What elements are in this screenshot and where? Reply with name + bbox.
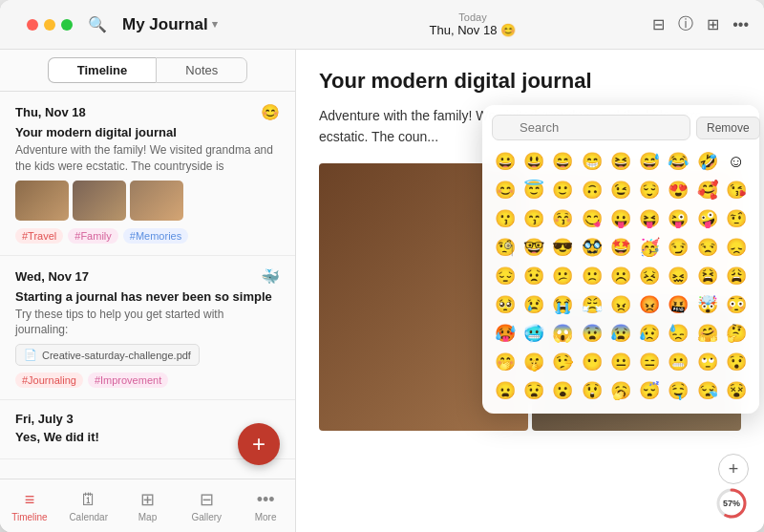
nav-item-more[interactable]: ••• More — [236, 484, 295, 528]
emoji-cell[interactable]: 🥳 — [636, 234, 663, 261]
emoji-cell[interactable]: 🤣 — [694, 148, 721, 175]
emoji-cell[interactable]: 😐 — [607, 349, 634, 375]
add-entry-button[interactable]: + — [238, 423, 280, 465]
emoji-cell[interactable]: 🤯 — [694, 291, 721, 318]
emoji-cell[interactable]: 😇 — [520, 177, 547, 203]
sliders-icon[interactable]: ⊞ — [707, 15, 719, 33]
more-icon[interactable]: ••• — [732, 16, 749, 33]
emoji-cell[interactable]: 😏 — [665, 234, 691, 261]
sidebar-toggle-icon[interactable]: ⊟ — [652, 15, 665, 33]
list-item[interactable]: Wed, Nov 17 🐳 Starting a journal has nev… — [0, 256, 295, 401]
emoji-cell[interactable]: 😜 — [665, 205, 691, 232]
emoji-cell[interactable]: 😗 — [492, 205, 519, 232]
tag[interactable]: #Journaling — [15, 372, 83, 388]
emoji-cell[interactable]: 🤨 — [723, 205, 750, 232]
emoji-cell[interactable]: 😘 — [723, 177, 750, 203]
emoji-cell[interactable]: 😤 — [579, 291, 605, 318]
list-item[interactable]: Thu, Nov 18 😊 Your modern digital journa… — [0, 92, 295, 256]
tag[interactable]: #Family — [68, 228, 118, 244]
emoji-cell[interactable]: 😭 — [549, 291, 576, 318]
emoji-search-input[interactable] — [492, 115, 690, 140]
emoji-cell[interactable]: 🥰 — [694, 177, 721, 203]
emoji-cell[interactable]: 🥱 — [607, 377, 634, 404]
emoji-cell[interactable]: 🙄 — [694, 349, 721, 375]
emoji-cell[interactable]: 😡 — [636, 291, 663, 318]
emoji-cell[interactable]: 😛 — [607, 205, 634, 232]
emoji-cell[interactable]: 😫 — [694, 263, 721, 289]
emoji-cell[interactable]: 😎 — [549, 234, 576, 261]
journal-title[interactable]: My Journal ▾ — [122, 15, 218, 34]
tag[interactable]: #Travel — [15, 228, 63, 244]
emoji-cell[interactable]: 🤭 — [492, 349, 519, 375]
emoji-cell[interactable]: 😣 — [636, 263, 663, 289]
emoji-cell[interactable]: 😑 — [636, 349, 663, 375]
emoji-cell[interactable]: ☺️ — [723, 148, 750, 175]
emoji-cell[interactable]: 🤓 — [520, 234, 547, 261]
emoji-cell[interactable]: 😟 — [520, 263, 547, 289]
tab-notes[interactable]: Notes — [156, 57, 247, 83]
emoji-cell[interactable]: 😅 — [636, 148, 663, 175]
emoji-cell[interactable]: 😩 — [723, 263, 750, 289]
emoji-cell[interactable]: 😄 — [549, 148, 576, 175]
emoji-cell[interactable]: 🙂 — [549, 177, 576, 203]
emoji-cell[interactable]: 🤫 — [520, 349, 547, 375]
emoji-cell[interactable]: 🧐 — [492, 234, 519, 261]
emoji-cell[interactable]: 😊 — [492, 177, 519, 203]
emoji-cell[interactable]: 😶 — [579, 349, 605, 375]
emoji-cell[interactable]: 😮 — [549, 377, 576, 404]
info-icon[interactable]: ⓘ — [678, 14, 693, 34]
emoji-cell[interactable]: 😚 — [549, 205, 576, 232]
emoji-cell[interactable]: 😥 — [636, 320, 663, 347]
emoji-cell[interactable]: 😰 — [607, 320, 634, 347]
emoji-cell[interactable]: 😋 — [579, 205, 605, 232]
emoji-cell[interactable]: 😝 — [636, 205, 663, 232]
emoji-cell[interactable]: 🥶 — [520, 320, 547, 347]
emoji-cell[interactable]: 🤤 — [665, 377, 691, 404]
emoji-cell[interactable]: 😆 — [607, 148, 634, 175]
emoji-cell[interactable]: 😪 — [694, 377, 721, 404]
emoji-cell[interactable]: 🤬 — [665, 291, 691, 318]
nav-item-calendar[interactable]: 🗓 Calendar — [59, 484, 118, 528]
search-icon[interactable]: 🔍 — [88, 15, 107, 34]
emoji-cell[interactable]: 😌 — [636, 177, 663, 203]
right-plus-button[interactable]: + — [718, 454, 749, 484]
emoji-cell[interactable]: 😧 — [520, 377, 547, 404]
emoji-cell[interactable]: 😞 — [723, 234, 750, 261]
emoji-cell[interactable]: ☹️ — [607, 263, 634, 289]
emoji-cell[interactable]: 😔 — [492, 263, 519, 289]
emoji-cell[interactable]: 😯 — [723, 349, 750, 375]
emoji-cell[interactable]: 😵 — [723, 377, 750, 404]
emoji-cell[interactable]: 😴 — [636, 377, 663, 404]
emoji-cell[interactable]: 😕 — [549, 263, 576, 289]
emoji-cell[interactable]: 😠 — [607, 291, 634, 318]
emoji-remove-button[interactable]: Remove — [696, 117, 760, 139]
tag[interactable]: #Improvement — [88, 372, 168, 388]
tag[interactable]: #Memories — [123, 228, 188, 244]
emoji-cell[interactable]: 😨 — [579, 320, 605, 347]
emoji-cell[interactable]: 🤪 — [694, 205, 721, 232]
emoji-cell[interactable]: 🥺 — [492, 291, 519, 318]
emoji-cell[interactable]: 🤗 — [694, 320, 721, 347]
minimize-button[interactable] — [44, 19, 55, 31]
emoji-cell[interactable]: 😁 — [579, 148, 605, 175]
emoji-cell[interactable]: 😖 — [665, 263, 691, 289]
emoji-cell[interactable]: 🤩 — [607, 234, 634, 261]
emoji-cell[interactable]: 🤔 — [723, 320, 750, 347]
emoji-cell[interactable]: 😂 — [665, 148, 691, 175]
emoji-cell[interactable]: 😀 — [492, 148, 519, 175]
emoji-cell[interactable]: 😃 — [520, 148, 547, 175]
emoji-cell[interactable]: 😱 — [549, 320, 576, 347]
nav-item-gallery[interactable]: ⊟ Gallery — [177, 483, 236, 528]
emoji-cell[interactable]: 😬 — [665, 349, 691, 375]
nav-item-map[interactable]: ⊞ Map — [118, 483, 178, 528]
emoji-cell[interactable]: 🤥 — [549, 349, 576, 375]
emoji-cell[interactable]: 🥵 — [492, 320, 519, 347]
emoji-cell[interactable]: 😒 — [694, 234, 721, 261]
emoji-cell[interactable]: 🙁 — [579, 263, 605, 289]
emoji-cell[interactable]: 🙃 — [579, 177, 605, 203]
emoji-cell[interactable]: 😲 — [579, 377, 605, 404]
close-button[interactable] — [27, 19, 38, 31]
emoji-cell[interactable]: 😉 — [607, 177, 634, 203]
emoji-cell[interactable]: 😍 — [665, 177, 691, 203]
nav-item-timeline[interactable]: ≡ Timeline — [0, 484, 59, 528]
